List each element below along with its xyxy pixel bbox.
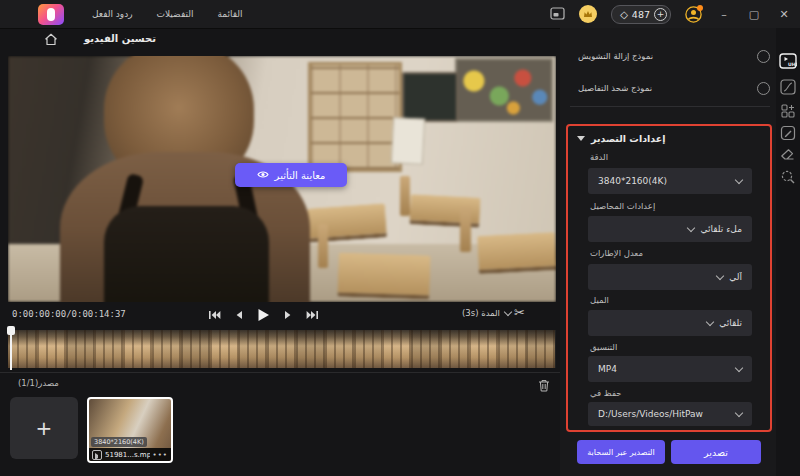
account-button[interactable] [685, 6, 702, 23]
duration-dropdown[interactable]: المدة (3s) [462, 308, 511, 318]
mini-window-icon[interactable] [550, 5, 565, 24]
video-file-icon [92, 450, 102, 460]
svg-text:UHD: UHD [788, 62, 797, 67]
cloud-export-button[interactable]: التصدير عبر السحابة [577, 440, 665, 464]
vip-crown-icon[interactable] [579, 5, 597, 23]
skip-end-button[interactable] [306, 310, 319, 320]
export-settings-title: إعدادات التصدير [591, 133, 666, 144]
duration-label: المدة (3s) [462, 308, 500, 318]
chevron-down-icon [716, 271, 724, 279]
frame-rate-label: معدل الإطارات [590, 248, 643, 258]
next-frame-button[interactable] [284, 310, 292, 320]
chevron-down-icon [504, 307, 512, 315]
preview-effect-label: معاينة التأثير [275, 170, 326, 181]
source-panel: مصدر(1/1) + 3840*2160(4K) 51981...s.mp4 … [0, 372, 560, 476]
backpack [104, 206, 269, 302]
crop-settings-dropdown[interactable]: ملء تلقائي [588, 216, 752, 242]
frame-rate-dropdown[interactable]: آلي [588, 264, 752, 290]
menu-bar: ردود الفعل التفضيلات القائمة [92, 0, 242, 28]
clip-more-button[interactable]: ••• [153, 451, 168, 459]
play-button[interactable] [257, 308, 270, 322]
scissors-icon[interactable]: ✂ [514, 305, 525, 320]
model-option-sharpen[interactable]: نموذج شحذ التفاصيل [578, 80, 770, 96]
save-to-label: حفظ في [590, 388, 621, 398]
clip-thumbnail[interactable]: 3840*2160(4K) 51981...s.mp4 ••• [87, 397, 173, 463]
hitpaw-logo-icon [38, 4, 64, 25]
add-source-button[interactable]: + [10, 397, 78, 459]
model-option-denoise[interactable]: نموذج إزالة التشويش [578, 48, 770, 64]
trash-icon[interactable] [538, 377, 550, 396]
add-coins-icon[interactable]: + [654, 8, 667, 21]
eye-icon [257, 170, 269, 181]
coin-balance[interactable]: ◇ 487 + [611, 5, 671, 24]
save-path-dropdown[interactable]: D:/Users/Videos/HitPaw [588, 402, 752, 426]
bitrate-dropdown[interactable]: تلقائي [588, 310, 752, 336]
crop-settings-label: إعدادات المحاصيل [590, 201, 655, 211]
enhance-uhd-tool-icon[interactable]: UHD [779, 52, 797, 70]
menu-item-preferences[interactable]: التفضيلات [157, 9, 194, 19]
radio-denoise[interactable] [757, 50, 770, 63]
eraser-tool-icon[interactable] [779, 146, 797, 164]
window-minimize-button[interactable]: – [716, 8, 732, 21]
prev-frame-button[interactable] [235, 310, 243, 320]
window-maximize-button[interactable]: ▢ [746, 8, 762, 21]
tool-rail: UHD [776, 28, 800, 476]
page-title: تحسين الفيديو [84, 33, 156, 44]
export-settings-header[interactable]: إعدادات التصدير [577, 133, 666, 144]
chevron-down-icon [735, 175, 743, 183]
bitrate-label: الميل [590, 295, 609, 305]
curve-tool-icon[interactable] [779, 78, 797, 96]
chevron-down-icon [706, 317, 714, 325]
chevron-down-icon [735, 408, 743, 416]
add-frames-tool-icon[interactable] [779, 102, 797, 120]
clip-filename: 51981...s.mp4 [105, 451, 150, 459]
title-bar: ردود الفعل التفضيلات القائمة ◇ 487 + – ▢… [0, 0, 800, 29]
notification-dot [697, 5, 703, 11]
video-preview: معاينة التأثير [8, 56, 556, 302]
transport-bar: 0:00:00:00/0:00:14:37 المدة (3s) ✂ [0, 302, 560, 328]
format-dropdown[interactable]: MP4 [588, 356, 752, 382]
clip-resolution-badge: 3840*2160(4K) [91, 437, 147, 447]
format-label: التنسيق [590, 342, 617, 352]
coin-count: 487 [632, 9, 650, 20]
timeline-filmstrip[interactable] [8, 330, 556, 368]
model-denoise-label: نموذج إزالة التشويش [578, 51, 653, 61]
skip-start-button[interactable] [208, 310, 221, 320]
divider [570, 106, 770, 107]
edit-tool-icon[interactable] [779, 124, 797, 142]
window-close-button[interactable]: ✕ [776, 8, 792, 21]
world-map [455, 58, 553, 122]
chevron-down-icon [687, 223, 695, 231]
smart-select-tool-icon[interactable] [779, 168, 797, 186]
app-window: ردود الفعل التفضيلات القائمة ◇ 487 + – ▢… [0, 0, 800, 476]
timecode: 0:00:00:00/0:00:14:37 [12, 309, 126, 319]
chevron-down-icon [735, 363, 743, 371]
export-settings-section: إعدادات التصدير الدقة 3840*2160(4K) إعدا… [566, 124, 772, 432]
menu-item-feedback[interactable]: ردود الفعل [92, 9, 133, 19]
collapse-triangle-icon [577, 136, 585, 141]
playhead[interactable] [10, 326, 12, 370]
model-sharpen-label: نموذج شحذ التفاصيل [578, 83, 652, 93]
resolution-label: الدقة [590, 152, 608, 162]
plus-icon: + [36, 416, 53, 440]
diamond-icon: ◇ [620, 9, 628, 20]
menu-item-menu[interactable]: القائمة [217, 9, 242, 19]
resolution-dropdown[interactable]: 3840*2160(4K) [588, 168, 752, 194]
preview-effect-button[interactable]: معاينة التأثير [235, 163, 347, 187]
blackboard [402, 72, 458, 122]
export-button[interactable]: تصدير [671, 440, 761, 464]
bookshelf [308, 62, 402, 172]
source-count-label: مصدر(1/1) [18, 378, 59, 388]
radio-sharpen[interactable] [757, 82, 770, 95]
home-button[interactable] [42, 30, 60, 48]
